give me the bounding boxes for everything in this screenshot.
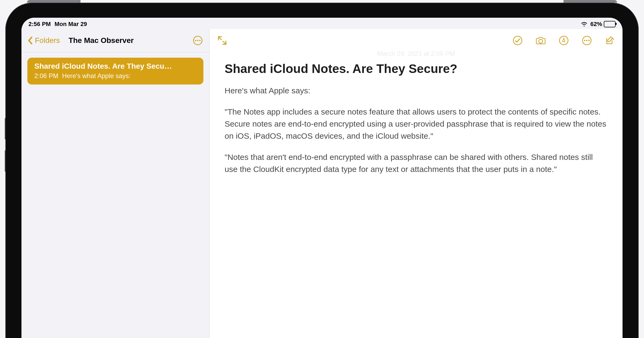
ellipsis-circle-icon xyxy=(581,35,592,46)
device-bezel: 2:56 PM Mon Mar 29 62% xyxy=(5,3,639,338)
compose-note-button[interactable] xyxy=(604,35,616,46)
note-item-time: 2:06 PM xyxy=(34,72,58,80)
arrows-expand-icon xyxy=(217,35,228,46)
device-top-button-right xyxy=(564,0,617,3)
note-paragraph: "The Notes app includes a secure notes f… xyxy=(225,106,608,142)
back-to-folders-button[interactable]: Folders xyxy=(27,36,60,45)
notes-sidebar: Folders The Mac Observer xyxy=(21,29,210,338)
note-content[interactable]: Shared iCloud Notes. Are They Secure? He… xyxy=(210,61,623,195)
svg-point-4 xyxy=(513,36,522,45)
note-paragraph: Here's what Apple says: xyxy=(225,84,608,97)
pencil-tip-circle-icon xyxy=(558,35,569,46)
svg-point-1 xyxy=(195,40,196,41)
sidebar-more-button[interactable] xyxy=(192,35,203,46)
svg-point-10 xyxy=(588,40,590,41)
note-more-button[interactable] xyxy=(581,35,592,46)
note-item-subtitle: 2:06 PM Here's what Apple says: xyxy=(34,72,196,80)
chevron-left-icon xyxy=(27,36,33,45)
note-title: Shared iCloud Notes. Are They Secure? xyxy=(225,62,608,76)
note-list-item-selected[interactable]: Shared iCloud Notes. Are They Secu… 2:06… xyxy=(27,58,203,84)
battery-indicator: 62% xyxy=(590,21,616,28)
notes-app: Folders The Mac Observer xyxy=(21,29,623,338)
status-bar: 2:56 PM Mon Mar 29 62% xyxy=(21,18,623,29)
battery-icon xyxy=(604,21,616,27)
checkmark-circle-icon xyxy=(512,35,523,46)
status-date: Mon Mar 29 xyxy=(54,21,87,28)
status-left: 2:56 PM Mon Mar 29 xyxy=(28,21,87,28)
note-toolbar xyxy=(210,29,623,52)
status-time: 2:56 PM xyxy=(28,21,51,28)
note-paragraph: "Notes that aren't end-to-end encrypted … xyxy=(225,151,608,175)
notes-list: Shared iCloud Notes. Are They Secu… 2:06… xyxy=(21,52,209,90)
ellipsis-circle-icon xyxy=(192,35,203,46)
sidebar-header: Folders The Mac Observer xyxy=(21,29,209,52)
note-item-preview: Here's what Apple says: xyxy=(62,72,130,80)
status-right: 62% xyxy=(581,21,616,28)
svg-point-5 xyxy=(539,39,543,43)
camera-button[interactable] xyxy=(535,35,546,46)
compose-square-icon xyxy=(605,35,615,46)
svg-point-3 xyxy=(199,40,201,41)
svg-point-8 xyxy=(584,40,586,41)
note-item-title: Shared iCloud Notes. Are They Secu… xyxy=(34,62,196,71)
wifi-icon xyxy=(581,21,588,28)
folder-title: The Mac Observer xyxy=(68,36,192,45)
svg-point-2 xyxy=(197,40,199,41)
svg-point-9 xyxy=(586,40,588,41)
battery-percent-label: 62% xyxy=(590,21,602,28)
note-modified-date: March 29, 2021 at 2:06 PM xyxy=(210,50,623,57)
markup-button[interactable] xyxy=(558,35,569,46)
checklist-button[interactable] xyxy=(512,35,523,46)
device-top-button-left xyxy=(27,0,80,3)
device-stage: 2:56 PM Mon Mar 29 62% xyxy=(0,0,644,338)
screen: 2:56 PM Mon Mar 29 62% xyxy=(21,18,623,338)
note-detail: March 29, 2021 at 2:06 PM Shared iCloud … xyxy=(210,29,623,338)
camera-icon xyxy=(535,35,546,46)
note-toolbar-right xyxy=(512,35,616,46)
expand-note-button[interactable] xyxy=(217,35,228,46)
back-label: Folders xyxy=(35,36,60,45)
note-toolbar-left xyxy=(217,35,228,46)
